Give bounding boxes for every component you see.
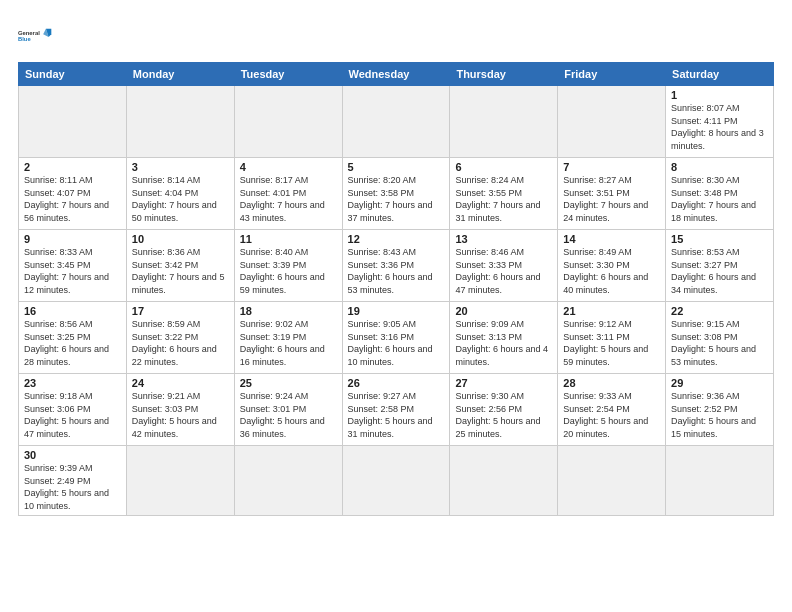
day-info: Sunrise: 9:02 AM Sunset: 3:19 PM Dayligh… xyxy=(240,318,337,368)
column-header-sunday: Sunday xyxy=(19,63,127,86)
day-info: Sunrise: 9:27 AM Sunset: 2:58 PM Dayligh… xyxy=(348,390,445,440)
calendar-cell xyxy=(126,86,234,158)
day-number: 5 xyxy=(348,161,445,173)
day-info: Sunrise: 8:49 AM Sunset: 3:30 PM Dayligh… xyxy=(563,246,660,296)
calendar-cell xyxy=(126,446,234,516)
day-number: 27 xyxy=(455,377,552,389)
calendar-cell: 8Sunrise: 8:30 AM Sunset: 3:48 PM Daylig… xyxy=(666,158,774,230)
calendar-cell: 13Sunrise: 8:46 AM Sunset: 3:33 PM Dayli… xyxy=(450,230,558,302)
calendar-cell: 20Sunrise: 9:09 AM Sunset: 3:13 PM Dayli… xyxy=(450,302,558,374)
day-info: Sunrise: 8:30 AM Sunset: 3:48 PM Dayligh… xyxy=(671,174,768,224)
day-info: Sunrise: 8:17 AM Sunset: 4:01 PM Dayligh… xyxy=(240,174,337,224)
column-header-friday: Friday xyxy=(558,63,666,86)
calendar-cell xyxy=(450,446,558,516)
calendar-cell: 6Sunrise: 8:24 AM Sunset: 3:55 PM Daylig… xyxy=(450,158,558,230)
day-number: 14 xyxy=(563,233,660,245)
logo-icon: General Blue xyxy=(18,18,54,54)
header: General Blue xyxy=(18,18,774,54)
day-info: Sunrise: 8:36 AM Sunset: 3:42 PM Dayligh… xyxy=(132,246,229,296)
day-info: Sunrise: 8:59 AM Sunset: 3:22 PM Dayligh… xyxy=(132,318,229,368)
day-info: Sunrise: 9:18 AM Sunset: 3:06 PM Dayligh… xyxy=(24,390,121,440)
calendar-cell: 7Sunrise: 8:27 AM Sunset: 3:51 PM Daylig… xyxy=(558,158,666,230)
calendar: SundayMondayTuesdayWednesdayThursdayFrid… xyxy=(18,62,774,516)
day-info: Sunrise: 8:56 AM Sunset: 3:25 PM Dayligh… xyxy=(24,318,121,368)
day-number: 2 xyxy=(24,161,121,173)
day-number: 20 xyxy=(455,305,552,317)
day-number: 16 xyxy=(24,305,121,317)
day-number: 29 xyxy=(671,377,768,389)
day-info: Sunrise: 8:11 AM Sunset: 4:07 PM Dayligh… xyxy=(24,174,121,224)
day-info: Sunrise: 9:39 AM Sunset: 2:49 PM Dayligh… xyxy=(24,462,121,512)
calendar-cell xyxy=(666,446,774,516)
calendar-cell: 4Sunrise: 8:17 AM Sunset: 4:01 PM Daylig… xyxy=(234,158,342,230)
day-info: Sunrise: 8:40 AM Sunset: 3:39 PM Dayligh… xyxy=(240,246,337,296)
calendar-cell: 17Sunrise: 8:59 AM Sunset: 3:22 PM Dayli… xyxy=(126,302,234,374)
day-number: 3 xyxy=(132,161,229,173)
calendar-cell: 15Sunrise: 8:53 AM Sunset: 3:27 PM Dayli… xyxy=(666,230,774,302)
column-header-wednesday: Wednesday xyxy=(342,63,450,86)
calendar-cell xyxy=(19,86,127,158)
day-number: 18 xyxy=(240,305,337,317)
calendar-cell: 29Sunrise: 9:36 AM Sunset: 2:52 PM Dayli… xyxy=(666,374,774,446)
calendar-cell: 1Sunrise: 8:07 AM Sunset: 4:11 PM Daylig… xyxy=(666,86,774,158)
calendar-cell: 5Sunrise: 8:20 AM Sunset: 3:58 PM Daylig… xyxy=(342,158,450,230)
day-number: 22 xyxy=(671,305,768,317)
svg-text:General: General xyxy=(18,30,40,36)
calendar-cell xyxy=(342,86,450,158)
column-header-thursday: Thursday xyxy=(450,63,558,86)
day-info: Sunrise: 8:24 AM Sunset: 3:55 PM Dayligh… xyxy=(455,174,552,224)
calendar-cell: 10Sunrise: 8:36 AM Sunset: 3:42 PM Dayli… xyxy=(126,230,234,302)
day-info: Sunrise: 9:24 AM Sunset: 3:01 PM Dayligh… xyxy=(240,390,337,440)
column-header-tuesday: Tuesday xyxy=(234,63,342,86)
day-number: 23 xyxy=(24,377,121,389)
day-info: Sunrise: 9:05 AM Sunset: 3:16 PM Dayligh… xyxy=(348,318,445,368)
day-info: Sunrise: 9:12 AM Sunset: 3:11 PM Dayligh… xyxy=(563,318,660,368)
calendar-cell: 19Sunrise: 9:05 AM Sunset: 3:16 PM Dayli… xyxy=(342,302,450,374)
day-info: Sunrise: 9:21 AM Sunset: 3:03 PM Dayligh… xyxy=(132,390,229,440)
calendar-cell: 18Sunrise: 9:02 AM Sunset: 3:19 PM Dayli… xyxy=(234,302,342,374)
column-header-saturday: Saturday xyxy=(666,63,774,86)
svg-text:Blue: Blue xyxy=(18,36,31,42)
day-info: Sunrise: 8:07 AM Sunset: 4:11 PM Dayligh… xyxy=(671,102,768,152)
calendar-cell: 22Sunrise: 9:15 AM Sunset: 3:08 PM Dayli… xyxy=(666,302,774,374)
day-number: 28 xyxy=(563,377,660,389)
day-info: Sunrise: 8:46 AM Sunset: 3:33 PM Dayligh… xyxy=(455,246,552,296)
day-number: 11 xyxy=(240,233,337,245)
day-number: 6 xyxy=(455,161,552,173)
calendar-cell: 30Sunrise: 9:39 AM Sunset: 2:49 PM Dayli… xyxy=(19,446,127,516)
day-number: 9 xyxy=(24,233,121,245)
calendar-cell: 12Sunrise: 8:43 AM Sunset: 3:36 PM Dayli… xyxy=(342,230,450,302)
day-info: Sunrise: 9:15 AM Sunset: 3:08 PM Dayligh… xyxy=(671,318,768,368)
logo: General Blue xyxy=(18,18,54,54)
day-number: 10 xyxy=(132,233,229,245)
calendar-cell: 2Sunrise: 8:11 AM Sunset: 4:07 PM Daylig… xyxy=(19,158,127,230)
day-number: 26 xyxy=(348,377,445,389)
day-number: 17 xyxy=(132,305,229,317)
day-info: Sunrise: 8:27 AM Sunset: 3:51 PM Dayligh… xyxy=(563,174,660,224)
calendar-cell: 14Sunrise: 8:49 AM Sunset: 3:30 PM Dayli… xyxy=(558,230,666,302)
calendar-cell xyxy=(234,86,342,158)
calendar-cell: 23Sunrise: 9:18 AM Sunset: 3:06 PM Dayli… xyxy=(19,374,127,446)
calendar-cell: 28Sunrise: 9:33 AM Sunset: 2:54 PM Dayli… xyxy=(558,374,666,446)
calendar-cell xyxy=(234,446,342,516)
calendar-cell: 11Sunrise: 8:40 AM Sunset: 3:39 PM Dayli… xyxy=(234,230,342,302)
column-header-monday: Monday xyxy=(126,63,234,86)
calendar-cell: 26Sunrise: 9:27 AM Sunset: 2:58 PM Dayli… xyxy=(342,374,450,446)
day-info: Sunrise: 8:14 AM Sunset: 4:04 PM Dayligh… xyxy=(132,174,229,224)
day-number: 19 xyxy=(348,305,445,317)
calendar-cell: 27Sunrise: 9:30 AM Sunset: 2:56 PM Dayli… xyxy=(450,374,558,446)
day-info: Sunrise: 8:53 AM Sunset: 3:27 PM Dayligh… xyxy=(671,246,768,296)
day-number: 8 xyxy=(671,161,768,173)
day-info: Sunrise: 9:09 AM Sunset: 3:13 PM Dayligh… xyxy=(455,318,552,368)
day-info: Sunrise: 8:33 AM Sunset: 3:45 PM Dayligh… xyxy=(24,246,121,296)
day-number: 13 xyxy=(455,233,552,245)
day-number: 12 xyxy=(348,233,445,245)
day-info: Sunrise: 8:20 AM Sunset: 3:58 PM Dayligh… xyxy=(348,174,445,224)
day-number: 7 xyxy=(563,161,660,173)
day-info: Sunrise: 9:36 AM Sunset: 2:52 PM Dayligh… xyxy=(671,390,768,440)
day-number: 25 xyxy=(240,377,337,389)
calendar-cell: 3Sunrise: 8:14 AM Sunset: 4:04 PM Daylig… xyxy=(126,158,234,230)
day-number: 24 xyxy=(132,377,229,389)
day-info: Sunrise: 8:43 AM Sunset: 3:36 PM Dayligh… xyxy=(348,246,445,296)
calendar-cell: 21Sunrise: 9:12 AM Sunset: 3:11 PM Dayli… xyxy=(558,302,666,374)
